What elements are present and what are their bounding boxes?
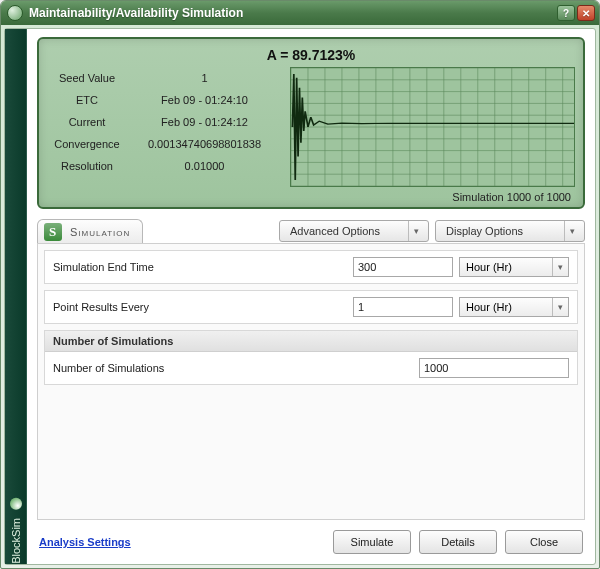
display-options-label: Display Options	[446, 225, 523, 237]
current-value: Feb 09 - 01:24:12	[127, 111, 282, 133]
brand-icon	[10, 498, 22, 510]
num-simulations-label: Number of Simulations	[53, 362, 413, 374]
seed-label: Seed Value	[47, 67, 127, 89]
seed-value: 1	[127, 67, 282, 89]
simulation-tab-icon: S	[44, 223, 62, 241]
num-simulations-input[interactable]	[419, 358, 569, 378]
status-panel: A = 89.7123% Seed Value 1 ETC Feb 09 - 0…	[37, 37, 585, 209]
simulate-button[interactable]: Simulate	[333, 530, 411, 554]
analysis-settings-link[interactable]: Analysis Settings	[39, 536, 131, 548]
point-results-unit-select[interactable]: Hour (Hr) ▾	[459, 297, 569, 317]
simulation-tab-label: Simulation	[70, 226, 130, 238]
convergence-value: 0.00134740698801838	[127, 133, 282, 155]
footer: Analysis Settings Simulate Details Close	[27, 520, 595, 564]
convergence-chart	[290, 67, 575, 187]
chevron-down-icon: ▾	[552, 258, 568, 276]
form-area: Simulation End Time Hour (Hr) ▾ Point Re…	[37, 243, 585, 520]
etc-value: Feb 09 - 01:24:10	[127, 89, 282, 111]
brand-label: BlockSim	[10, 488, 22, 564]
window-close-button[interactable]: ✕	[577, 5, 595, 21]
current-label: Current	[47, 111, 127, 133]
etc-label: ETC	[47, 89, 127, 111]
app-icon	[7, 5, 23, 21]
convergence-label: Convergence	[47, 133, 127, 155]
chevron-down-icon: ▾	[408, 221, 424, 241]
app-window: Maintainability/Availability Simulation …	[0, 0, 600, 569]
main-area: A = 89.7123% Seed Value 1 ETC Feb 09 - 0…	[27, 29, 595, 564]
side-rail: BlockSim	[5, 29, 27, 564]
chevron-down-icon: ▾	[564, 221, 580, 241]
tab-simulation[interactable]: S Simulation	[37, 219, 143, 243]
advanced-options-button[interactable]: Advanced Options ▾	[279, 220, 429, 242]
status-table: Seed Value 1 ETC Feb 09 - 01:24:10 Curre…	[47, 67, 282, 203]
advanced-options-label: Advanced Options	[290, 225, 380, 237]
point-results-unit-value: Hour (Hr)	[466, 301, 512, 313]
point-results-label: Point Results Every	[53, 301, 347, 313]
help-button[interactable]: ?	[557, 5, 575, 21]
close-button[interactable]: Close	[505, 530, 583, 554]
availability-headline: A = 89.7123%	[47, 45, 575, 67]
tab-row: S Simulation Advanced Options ▾ Display …	[27, 213, 595, 243]
window-title: Maintainability/Availability Simulation	[29, 6, 555, 20]
sim-end-time-label: Simulation End Time	[53, 261, 347, 273]
sim-end-time-unit-select[interactable]: Hour (Hr) ▾	[459, 257, 569, 277]
resolution-value: 0.01000	[127, 155, 282, 177]
chevron-down-icon: ▾	[552, 298, 568, 316]
details-button[interactable]: Details	[419, 530, 497, 554]
resolution-label: Resolution	[47, 155, 127, 177]
sim-end-time-input[interactable]	[353, 257, 453, 277]
display-options-button[interactable]: Display Options ▾	[435, 220, 585, 242]
brand-text: BlockSim	[10, 518, 22, 564]
sim-end-time-unit-value: Hour (Hr)	[466, 261, 512, 273]
client-area: BlockSim A = 89.7123% Seed Value 1	[4, 28, 596, 565]
titlebar: Maintainability/Availability Simulation …	[1, 1, 599, 25]
point-results-input[interactable]	[353, 297, 453, 317]
simulation-progress: Simulation 1000 of 1000	[290, 187, 575, 203]
num-simulations-header: Number of Simulations	[45, 331, 577, 352]
